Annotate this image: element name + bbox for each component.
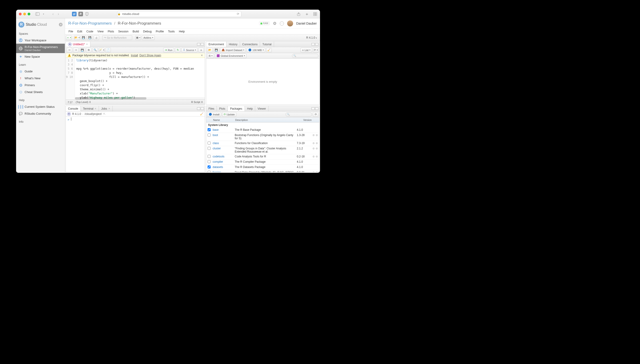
code-tools-button[interactable]: 🪄▾ [99, 48, 104, 52]
code-editor[interactable]: 1 2 3 4 5 6 7 8 9 10 library(tidyverse) … [66, 58, 205, 100]
pkg-toggle-datasets[interactable] [208, 166, 211, 168]
sidebar-item-guide[interactable]: ◎ Guide [16, 68, 65, 75]
env-search-input[interactable] [292, 54, 318, 58]
compile-report-button[interactable]: 📄 [105, 48, 111, 52]
grid-view-button[interactable]: ▦▾ [135, 36, 141, 40]
sidebar-item-community[interactable]: 💬 RStudio Community [16, 110, 65, 117]
r-interpreter-selector[interactable]: R ▾ [207, 54, 214, 58]
pkg-link-cluster[interactable]: cluster [213, 147, 235, 150]
find-replace-button[interactable]: 🔍 [93, 48, 98, 52]
breadcrumb-root[interactable]: R-For-Non-Programmers [68, 21, 112, 26]
pkg-tab-viewer[interactable]: Viewer [255, 106, 268, 111]
sidebar-item-primers[interactable]: ⏻ Primers [16, 82, 65, 88]
pkg-web-icon[interactable]: ⊕ [312, 171, 315, 172]
maximize-env-button[interactable] [315, 43, 318, 46]
r-version-selector[interactable]: R 4.1.0 ▾ [306, 36, 319, 39]
clear-console-icon[interactable]: 🧹 [200, 112, 203, 116]
memory-indicator[interactable]: 🔵 130 MiB ▾ [247, 48, 265, 52]
console-body[interactable]: > [66, 116, 205, 172]
chevron-down-icon[interactable]: ▾ [41, 12, 46, 16]
pkg-tab-packages[interactable]: Packages [228, 106, 245, 111]
import-dataset-button[interactable]: 📥 Import Dataset ▾ [220, 48, 246, 52]
list-view-button[interactable]: ≡ List ▾ [300, 48, 312, 52]
close-window-button[interactable] [19, 13, 22, 16]
maximize-pkg-button[interactable] [315, 107, 318, 110]
minimize-pane-button[interactable] [197, 43, 200, 46]
sidebar-item-cheatsheets[interactable]: ⬡ Cheat Sheets [16, 88, 65, 95]
sidebar-toggle-icon[interactable] [36, 12, 40, 16]
save-button[interactable]: 💾 [81, 36, 86, 40]
clear-env-button[interactable]: 🧹 [266, 48, 272, 52]
user-avatar[interactable] [287, 20, 293, 26]
refresh-pkg-button[interactable]: ⟳ [313, 112, 318, 117]
fwd-nav-button[interactable]: ⇨ [73, 48, 79, 52]
pkg-web-icon[interactable]: ⊕ [312, 147, 315, 150]
gear-icon[interactable]: ⚙ [273, 21, 277, 26]
save-source-button[interactable]: 💾 [80, 48, 85, 52]
install-pkg-button[interactable]: 🔵 Install [207, 112, 221, 117]
pkg-web-icon[interactable]: ⊕ [312, 134, 315, 137]
back-nav-button[interactable]: ⇦ [67, 48, 72, 52]
addins-button[interactable]: Addins ▾ [142, 36, 155, 40]
pkg-toggle-codetools[interactable] [208, 155, 211, 158]
print-button[interactable]: 🖨 [94, 36, 99, 40]
menu-edit[interactable]: Edit [75, 30, 84, 33]
goto-file-input[interactable]: ↪Go to file/function [102, 36, 132, 40]
minimize-env-button[interactable] [311, 43, 315, 46]
menu-profile[interactable]: Profile [154, 30, 166, 33]
pkg-link-boot[interactable]: boot [213, 134, 235, 137]
menu-debug[interactable]: Debug [141, 30, 154, 33]
run-button[interactable]: ➔Run [163, 48, 174, 52]
pkg-link-codetools[interactable]: codetools [213, 155, 235, 158]
menu-file[interactable]: File [67, 30, 75, 33]
menu-help[interactable]: Help [177, 30, 187, 33]
pkg-remove-icon[interactable]: ⊗ [316, 155, 318, 158]
console-tab-jobs[interactable]: Jobs✕ [99, 106, 112, 111]
close-tab-button[interactable]: ✕ [86, 43, 88, 46]
pkg-web-icon[interactable]: ⊕ [312, 142, 315, 145]
update-pkg-button[interactable]: ⟳ Update [222, 112, 236, 117]
new-file-button[interactable]: ＋▾ [66, 36, 72, 40]
menu-build[interactable]: Build [131, 30, 141, 33]
menu-plots[interactable]: Plots [106, 30, 116, 33]
env-tab-tutorial[interactable]: Tutorial [260, 42, 274, 47]
pkg-tab-plots[interactable]: Plots [217, 106, 228, 111]
pkg-toggle-compiler[interactable] [208, 160, 211, 163]
pkg-remove-icon[interactable]: ⊗ [316, 171, 318, 172]
back-button[interactable]: ‹ [53, 12, 54, 16]
minimize-console-button[interactable] [197, 107, 200, 110]
dismiss-link[interactable]: Don't Show Again [140, 54, 161, 57]
show-in-new-window-button[interactable]: ⧉ [86, 48, 92, 52]
sidebar-item-workspace[interactable]: Your Workspace [16, 37, 65, 44]
pkg-link-compiler[interactable]: compiler [213, 160, 235, 164]
save-workspace-button[interactable]: 💾 [214, 48, 219, 52]
source-dropdown-button[interactable]: ↧Source ▾ [181, 48, 198, 52]
menu-session[interactable]: Session [116, 30, 130, 33]
env-scope-selector[interactable]: 🟪 Global Environment ▾ [215, 54, 246, 58]
reload-icon[interactable]: ⟳ [237, 12, 239, 16]
pkg-remove-icon[interactable]: ⊗ [316, 142, 318, 145]
console-tab-console[interactable]: Console [66, 106, 81, 111]
pkg-link-class[interactable]: class [213, 142, 235, 145]
outline-toggle-button[interactable]: ≡ [198, 48, 204, 52]
sidebar-item-project[interactable]: R-For-Non-Programmers Daniel Dauber [16, 44, 65, 53]
env-tab-history[interactable]: History [226, 42, 240, 47]
todoist-extension-icon[interactable] [72, 12, 77, 16]
env-tab-connections[interactable]: Connections [240, 42, 260, 47]
share-icon[interactable] [297, 12, 301, 16]
sidebar-item-whats-new[interactable]: ! What's New [16, 75, 65, 82]
filetype-selector[interactable]: R Script ⇕ [191, 101, 203, 104]
load-workspace-button[interactable]: 📂 [207, 48, 213, 52]
ram-indicator[interactable]: RAM [259, 22, 269, 25]
env-tab-environment[interactable]: Environment [206, 42, 226, 47]
pkg-toggle-cluster[interactable] [208, 147, 211, 150]
shield-icon[interactable] [85, 12, 89, 16]
console-tab-terminal[interactable]: Terminal✕ [81, 106, 99, 111]
menu-tools[interactable]: Tools [166, 30, 177, 33]
pkg-link-datasets[interactable]: datasets [213, 166, 235, 169]
pkg-toggle-base[interactable] [208, 128, 211, 131]
maximize-pane-button[interactable] [201, 43, 204, 46]
minimize-pkg-button[interactable] [311, 107, 315, 110]
r-extension-icon[interactable]: R [78, 12, 83, 16]
open-file-button[interactable]: 📂▾ [74, 36, 80, 40]
